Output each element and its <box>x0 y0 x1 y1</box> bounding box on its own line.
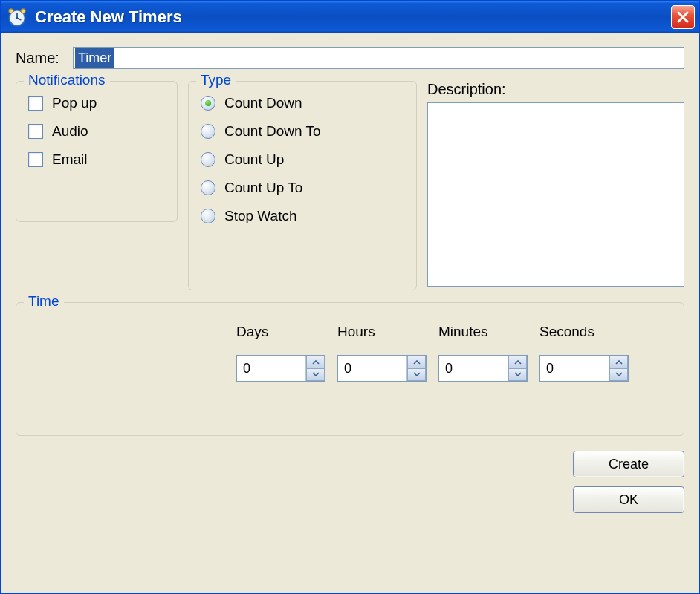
radio-icon <box>201 152 215 167</box>
checkbox-popup[interactable]: Pop up <box>28 95 165 111</box>
svg-point-4 <box>9 9 13 13</box>
radio-label: Count Down To <box>224 123 321 140</box>
name-row: Name: Timer <box>16 47 684 69</box>
radio-label: Stop Watch <box>224 208 297 224</box>
days-spinner[interactable]: 0 <box>236 355 325 382</box>
radio-count-down-to[interactable]: Count Down To <box>201 123 404 140</box>
description-label: Description: <box>427 81 684 98</box>
window-body: Name: Timer Notifications Pop up Audio E… <box>1 33 699 593</box>
notifications-legend: Notifications <box>24 72 110 88</box>
type-group: Type Count Down Count Down To Count Up C… <box>188 81 417 290</box>
checkbox-label: Audio <box>52 123 88 140</box>
spinner-buttons <box>406 356 426 381</box>
chevron-up-icon <box>312 360 320 365</box>
create-button[interactable]: Create <box>573 451 684 477</box>
name-input[interactable]: Timer <box>73 47 684 69</box>
description-textarea[interactable] <box>427 102 684 287</box>
checkbox-email[interactable]: Email <box>28 151 165 168</box>
close-button[interactable] <box>671 5 695 29</box>
spinner-down-button[interactable] <box>609 369 628 382</box>
time-header-seconds: Seconds <box>539 324 629 340</box>
checkbox-label: Email <box>52 151 88 168</box>
clock-icon <box>7 7 27 27</box>
radio-count-up-to[interactable]: Count Up To <box>201 180 404 196</box>
svg-point-5 <box>21 9 25 13</box>
radio-count-up[interactable]: Count Up <box>201 151 404 168</box>
spinner-buttons <box>508 356 527 381</box>
button-row: Create OK <box>16 451 684 513</box>
name-input-value: Timer <box>75 48 114 68</box>
radio-label: Count Up <box>224 151 284 168</box>
hours-value: 0 <box>338 356 406 381</box>
chevron-down-icon <box>413 372 421 376</box>
checkbox-icon <box>28 96 43 111</box>
checkbox-audio[interactable]: Audio <box>28 123 165 140</box>
ok-button[interactable]: OK <box>573 486 684 513</box>
minutes-value: 0 <box>439 356 508 381</box>
chevron-down-icon <box>615 372 623 376</box>
spinner-up-button[interactable] <box>609 356 628 369</box>
checkbox-label: Pop up <box>52 95 97 111</box>
chevron-down-icon <box>312 372 320 376</box>
main-row: Notifications Pop up Audio Email Type <box>16 81 684 290</box>
close-icon <box>676 10 690 24</box>
radio-icon <box>201 180 215 195</box>
minutes-spinner[interactable]: 0 <box>438 355 528 382</box>
name-label: Name: <box>16 50 59 67</box>
spinner-buttons <box>609 356 628 381</box>
spinner-down-button[interactable] <box>306 369 325 382</box>
spinner-up-button[interactable] <box>407 356 426 369</box>
time-header-days: Days <box>236 324 325 340</box>
spinner-up-button[interactable] <box>508 356 527 369</box>
radio-icon <box>201 96 215 111</box>
description-column: Description: <box>427 81 684 287</box>
time-headers: Days Hours Minutes Seconds <box>236 324 672 340</box>
chevron-up-icon <box>413 360 421 365</box>
radio-icon <box>201 124 215 139</box>
seconds-value: 0 <box>540 356 609 381</box>
type-legend: Type <box>196 72 236 88</box>
spinner-down-button[interactable] <box>508 369 527 382</box>
chevron-up-icon <box>615 360 623 365</box>
radio-icon <box>201 209 215 223</box>
titlebar: Create New Timers <box>1 1 699 33</box>
notifications-group: Notifications Pop up Audio Email <box>16 81 178 222</box>
days-value: 0 <box>237 356 305 381</box>
time-legend: Time <box>24 293 64 310</box>
spinner-up-button[interactable] <box>306 356 325 369</box>
spinner-down-button[interactable] <box>407 369 426 382</box>
checkbox-icon <box>28 152 43 167</box>
time-header-minutes: Minutes <box>438 324 528 340</box>
time-header-hours: Hours <box>337 324 427 340</box>
checkbox-icon <box>28 124 43 139</box>
time-group: Time Days Hours Minutes Seconds 0 0 <box>16 302 684 436</box>
chevron-down-icon <box>514 372 522 376</box>
time-spinners: 0 0 0 <box>236 355 672 382</box>
hours-spinner[interactable]: 0 <box>337 355 427 382</box>
radio-stop-watch[interactable]: Stop Watch <box>201 208 404 224</box>
spinner-buttons <box>305 356 325 381</box>
seconds-spinner[interactable]: 0 <box>539 355 629 382</box>
create-new-timers-window: Create New Timers Name: Timer Notificati… <box>0 0 700 594</box>
window-title: Create New Timers <box>35 7 671 27</box>
radio-label: Count Down <box>224 95 302 111</box>
radio-count-down[interactable]: Count Down <box>201 95 404 111</box>
radio-label: Count Up To <box>224 180 302 196</box>
chevron-up-icon <box>514 360 522 365</box>
